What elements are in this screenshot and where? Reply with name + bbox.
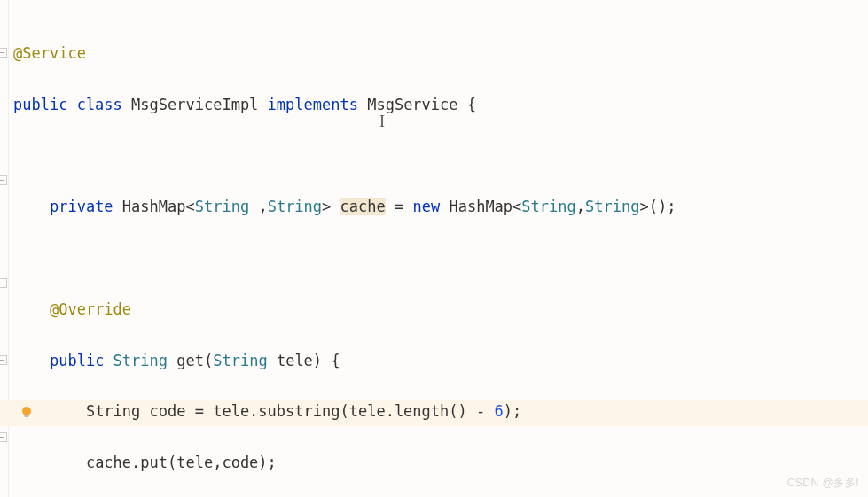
fold-marker[interactable]: [0, 278, 7, 288]
number-6: 6: [494, 402, 503, 420]
code-line: String code = tele.substring(tele.length…: [86, 402, 495, 420]
keyword-implements: implements: [258, 96, 367, 113]
fold-marker[interactable]: [0, 48, 7, 58]
assign: =: [386, 198, 413, 215]
fold-marker[interactable]: [0, 175, 7, 185]
code-end: );: [504, 402, 521, 420]
type-string: String: [195, 198, 249, 215]
generic-open: <: [186, 198, 195, 215]
code-line: cache.put(tele,code);: [86, 454, 277, 471]
keyword-private: private: [50, 198, 122, 215]
watermark: CSDN @多多!: [787, 474, 859, 492]
keyword-new: new: [412, 198, 449, 215]
sep: ,: [576, 198, 585, 215]
code-editor[interactable]: @Service public class MsgServiceImpl imp…: [13, 15, 676, 497]
method-get: get: [176, 352, 204, 369]
keyword-public: public: [50, 352, 113, 369]
param-name: tele: [268, 352, 313, 369]
class-name: MsgServiceImpl: [131, 96, 258, 113]
keyword-public: public class: [13, 96, 131, 113]
generic-open: <: [512, 198, 521, 215]
fold-marker[interactable]: [0, 432, 7, 442]
fold-marker[interactable]: [0, 355, 7, 365]
type-string: String: [521, 198, 575, 215]
interface-name: MsgService: [367, 96, 457, 113]
param-type: String: [213, 352, 267, 369]
generic-close: >: [322, 198, 331, 215]
type-string: String: [268, 198, 322, 215]
ctor-end: ();: [649, 198, 676, 215]
paren: (: [204, 352, 213, 369]
annotation: @Service: [13, 44, 86, 62]
type-string: String: [585, 198, 639, 215]
brace: {: [458, 96, 476, 113]
sep: ,: [249, 198, 267, 215]
field-cache: cache: [340, 198, 386, 215]
paren-close: ) {: [313, 352, 340, 369]
type: HashMap: [122, 198, 186, 215]
return-type: String: [113, 352, 168, 369]
generic-close: >: [639, 198, 648, 215]
ctor-type: HashMap: [449, 198, 512, 215]
annotation-override: @Override: [50, 300, 131, 318]
